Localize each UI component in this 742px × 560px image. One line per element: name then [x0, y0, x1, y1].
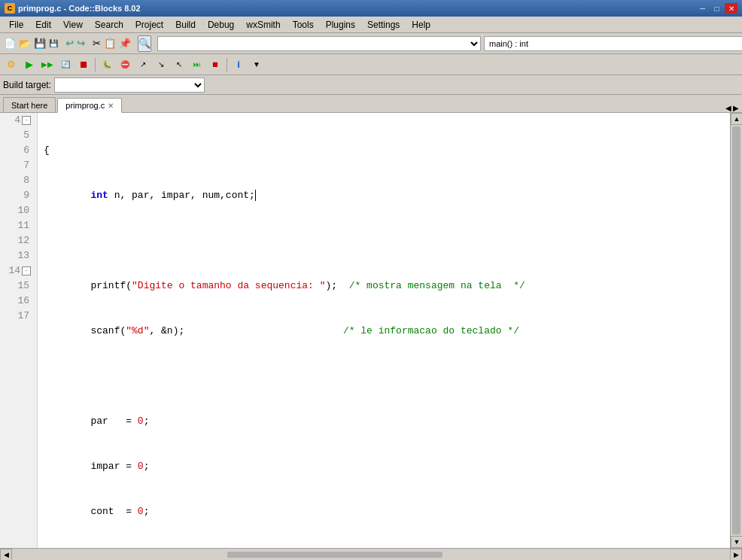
code-line-7: printf("Digite o tamanho da sequencia: "…: [44, 278, 730, 294]
menu-wxsmith[interactable]: wxSmith: [240, 18, 286, 32]
menu-edit[interactable]: Edit: [29, 18, 57, 32]
menu-project[interactable]: Project: [129, 18, 169, 32]
toolbar1: 📄 📂 💾 💾 ↩ ↪ ✂ 📋 📌 🔍 main() : int: [0, 33, 742, 54]
tab-primprog-close[interactable]: ✕: [108, 102, 114, 110]
code-editor: 4 - 5 6 7 8 9 10 11 12 13 14 - 15 16 17 …: [0, 113, 742, 548]
step-out-btn[interactable]: ↖: [171, 56, 187, 73]
menu-plugins[interactable]: Plugins: [320, 18, 361, 32]
code-content[interactable]: { int n, par, impar, num,cont; printf("D…: [38, 113, 730, 548]
paste-button[interactable]: 📌: [118, 35, 132, 52]
code-line-12: cont = 0;: [44, 504, 730, 519]
stop-debug-btn[interactable]: ⏹: [207, 56, 224, 73]
function-combo[interactable]: main() : int: [484, 36, 742, 51]
code-line-6: [44, 233, 730, 248]
menu-file[interactable]: File: [3, 18, 29, 32]
info-btn[interactable]: i: [230, 56, 247, 73]
rebuild-btn[interactable]: 🔄: [57, 56, 74, 73]
build-btn[interactable]: ⚙: [3, 56, 20, 73]
scroll-up-button[interactable]: ▲: [731, 113, 742, 125]
sep6: [227, 58, 227, 72]
menu-build[interactable]: Build: [169, 18, 202, 32]
line-numbers: 4 - 5 6 7 8 9 10 11 12 13 14 - 15 16 17: [0, 113, 38, 548]
menu-settings[interactable]: Settings: [361, 18, 406, 32]
new-button[interactable]: 📄: [3, 35, 17, 52]
tab-start-here-label: Start here: [11, 101, 47, 110]
toolbar2: ⚙ ▶ ▶▶ 🔄 ⏹ 🐛 ⛔ ↗ ↘ ↖ ⏭ ⏹ i ▼: [0, 54, 742, 75]
fold-14-icon[interactable]: -: [22, 266, 31, 275]
titlebar-left: C primprog.c - Code::Blocks 8.02: [5, 3, 141, 14]
line-8: 8: [0, 173, 32, 188]
save-all-button[interactable]: 💾: [48, 35, 59, 52]
debug-btn[interactable]: 🐛: [99, 56, 115, 73]
scroll-thumb-h[interactable]: [227, 552, 442, 558]
scroll-down-button[interactable]: ▼: [731, 536, 742, 548]
find-button[interactable]: 🔍: [138, 35, 151, 52]
scroll-track-h: [12, 552, 730, 558]
tab-primprog[interactable]: primprog.c ✕: [57, 98, 122, 113]
minimize-button[interactable]: ─: [696, 3, 709, 14]
line-13: 13: [0, 248, 32, 263]
window-title: primprog.c - Code::Blocks 8.02: [18, 4, 141, 13]
line-14: 14 -: [0, 263, 32, 278]
redo-button[interactable]: ↪: [76, 35, 86, 52]
code-line-11: impar = 0;: [44, 459, 730, 474]
line-5: 5: [0, 128, 32, 143]
horizontal-scrollbar[interactable]: ◀ ▶: [0, 548, 742, 560]
line-11: 11: [0, 218, 32, 233]
undo-button[interactable]: ↩: [65, 35, 75, 52]
menu-help[interactable]: Help: [406, 18, 436, 32]
vertical-scrollbar[interactable]: ▲ ▼: [730, 113, 742, 548]
cut-button[interactable]: ✂: [92, 35, 102, 52]
tab-start-here[interactable]: Start here: [3, 97, 56, 112]
code-line-10: par = 0;: [44, 414, 730, 429]
tab-nav: ◀ ▶: [725, 104, 739, 112]
save-button[interactable]: 💾: [33, 35, 47, 52]
menu-debug[interactable]: Debug: [202, 18, 240, 32]
more-btn[interactable]: ▼: [248, 56, 265, 73]
run-btn[interactable]: ▶: [21, 56, 38, 73]
titlebar-controls: ─ □ ✕: [696, 3, 737, 14]
menubar: File Edit View Search Project Build Debu…: [0, 17, 742, 33]
code-line-8: scanf("%d", &n); /* le informacao do tec…: [44, 324, 730, 339]
build-target-combo[interactable]: [54, 78, 205, 93]
code-line-5: int n, par, impar, num,cont;: [44, 188, 730, 203]
tabs-bar: Start here primprog.c ✕ ◀ ▶: [0, 95, 742, 113]
step-in-btn[interactable]: ↘: [153, 56, 169, 73]
tab-next-button[interactable]: ▶: [733, 104, 739, 112]
line-12: 12: [0, 233, 32, 248]
line-10: 10: [0, 203, 32, 218]
scroll-right-button[interactable]: ▶: [730, 549, 742, 561]
build-run-btn[interactable]: ▶▶: [39, 56, 56, 73]
line-6: 6: [0, 143, 32, 158]
breakpoint-btn[interactable]: ⛔: [117, 56, 133, 73]
menu-search[interactable]: Search: [89, 18, 129, 32]
line-9: 9: [0, 188, 32, 203]
stop-btn[interactable]: ⏹: [75, 56, 92, 73]
menu-tools[interactable]: Tools: [287, 18, 320, 32]
continue-btn[interactable]: ⏭: [189, 56, 205, 73]
line-7: 7: [0, 158, 32, 173]
line-17: 17: [0, 309, 32, 324]
titlebar: C primprog.c - Code::Blocks 8.02 ─ □ ✕: [0, 0, 742, 17]
line-16: 16: [0, 294, 32, 309]
open-button[interactable]: 📂: [18, 35, 32, 52]
tab-primprog-label: primprog.c: [65, 101, 105, 110]
fold-4-icon[interactable]: -: [22, 116, 31, 125]
scroll-thumb-v[interactable]: [732, 126, 740, 534]
menu-view[interactable]: View: [57, 18, 89, 32]
maximize-button[interactable]: □: [710, 3, 723, 14]
close-button[interactable]: ✕: [725, 3, 737, 14]
build-target-label: Build target:: [3, 80, 51, 90]
tab-prev-button[interactable]: ◀: [725, 104, 731, 112]
sep5: [95, 58, 96, 72]
line-4: 4 -: [0, 113, 32, 128]
code-line-4: {: [44, 143, 730, 158]
step-next-btn[interactable]: ↗: [135, 56, 151, 73]
app-icon: C: [5, 3, 15, 14]
file-combo[interactable]: [157, 36, 481, 51]
copy-button[interactable]: 📋: [103, 35, 117, 52]
code-line-9: [44, 369, 730, 384]
scroll-left-button[interactable]: ◀: [0, 549, 12, 561]
line-15: 15: [0, 278, 32, 294]
main-area: Start here primprog.c ✕ ◀ ▶ 4 - 5 6 7 8 …: [0, 95, 742, 560]
